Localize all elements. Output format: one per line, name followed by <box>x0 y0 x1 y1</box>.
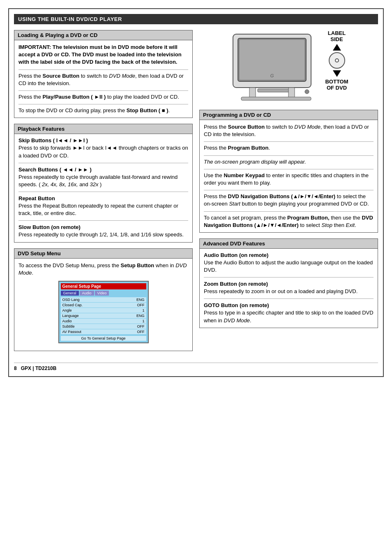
programming-section-content: Press the Source Button to switch to DVD… <box>200 120 378 232</box>
left-column: Loading & Playing a DVD or CD IMPORTANT:… <box>14 30 193 357</box>
slow-button-body: Press repeatedly to cycle through 1/2, 1… <box>18 231 188 238</box>
page-wrapper: USING THE BUILT-IN DVD/CD PLAYER Loading… <box>8 8 384 377</box>
menu-row-subtitle: SubtitleOFF <box>61 324 146 329</box>
zoom-button-title: Zoom Button (on remote) <box>204 281 374 287</box>
prog-step-5: Press the DVD Navigation Buttons (▲/►/▼/… <box>204 193 374 208</box>
menu-row-osdlang: OSD LangENG <box>61 297 146 302</box>
skip-buttons-title: Skip Buttons ( I◄◄ / ►►I ) <box>18 137 188 143</box>
loading-section-header: Loading & Playing a DVD or CD <box>14 30 192 40</box>
menu-row-language: LanguageENG <box>61 313 146 318</box>
goto-button-title: GOTO Button (on remote) <box>204 302 374 308</box>
svg-rect-3 <box>258 89 291 92</box>
bottom-dvd-text: BOTTOMOF DVD <box>325 79 348 91</box>
playback-section: Playback Features Skip Buttons ( I◄◄ / ►… <box>14 124 193 242</box>
tv-illustration: G <box>229 30 323 104</box>
svg-point-4 <box>305 90 309 94</box>
tv-diagram-area: G LABELSIDE BOTTOMOF DVD <box>199 30 378 104</box>
repeat-button-body: Press the Repeat Button repeatedly to re… <box>18 202 188 217</box>
loading-section-content: IMPORTANT: The television must be in DVD… <box>14 40 192 118</box>
svg-rect-6 <box>288 88 295 98</box>
important-text: IMPORTANT: The television must be in DVD… <box>18 44 188 66</box>
prog-step-2: Press the Program Button. <box>204 144 374 152</box>
footer-page-number: 8 GPX | TD2210B <box>14 365 56 371</box>
label-side-indicator: LABELSIDE BOTTOMOF DVD <box>325 30 348 91</box>
advanced-section-header: Advanced DVD Features <box>200 239 378 249</box>
slow-button-title: Slow Button (on remote) <box>18 224 188 230</box>
prog-step-3: The on-screen program display will appea… <box>204 158 374 166</box>
menu-row-angle: Angle1 <box>61 308 146 313</box>
skip-buttons-body: Press to skip forwards ►►I or back I◄◄ t… <box>18 144 188 159</box>
tv-svg: G <box>229 30 323 104</box>
menu-tab-general: General <box>61 291 79 296</box>
page-footer: 8 GPX | TD2210B <box>14 363 378 371</box>
prog-step-6: To cancel a set program, press the Progr… <box>204 214 374 229</box>
repeat-button-title: Repeat Button <box>18 195 188 201</box>
menu-row-closedcap: Closed Cap.OFF <box>61 303 146 308</box>
svg-rect-7 <box>241 97 311 100</box>
arrow-up-icon <box>333 44 341 51</box>
advanced-section-content: Audio Button (on remote) Use the Audio B… <box>200 249 378 328</box>
disc-icon <box>329 52 345 69</box>
programming-section: Programming a DVD or CD Press the Source… <box>199 110 378 233</box>
setup-menu-screenshot: General Setup Page General Audio Video O… <box>58 281 149 343</box>
step-3: To stop the DVD or CD during play, press… <box>18 107 188 114</box>
label-side-text: LABELSIDE <box>328 30 346 42</box>
prog-step-1: Press the Source Button to switch to DVD… <box>204 123 374 138</box>
dvd-setup-body: To access the DVD Setup Menu, press the … <box>18 262 188 277</box>
programming-section-header: Programming a DVD or CD <box>200 110 378 120</box>
page-title: USING THE BUILT-IN DVD/CD PLAYER <box>14 14 378 24</box>
loading-section: Loading & Playing a DVD or CD IMPORTANT:… <box>14 30 193 118</box>
audio-button-body: Use the Audio Button to adjust the audio… <box>204 259 374 274</box>
search-buttons-title: Search Buttons ( ◄◄ / ►► ) <box>18 166 188 173</box>
menu-row-avpassout: AV PassoutOFF <box>61 329 146 334</box>
menu-tab-video: Video <box>95 291 109 296</box>
playback-section-content: Skip Buttons ( I◄◄ / ►►I ) Press to skip… <box>14 134 192 242</box>
prog-step-4: Use the Number Keypad to enter in specif… <box>204 172 374 187</box>
dvd-setup-header: DVD Setup Menu <box>14 249 192 259</box>
arrow-down-icon <box>333 70 341 77</box>
dvd-setup-section: DVD Setup Menu To access the DVD Setup M… <box>14 248 193 351</box>
audio-button-title: Audio Button (on remote) <box>204 252 374 258</box>
menu-tabs: General Audio Video <box>61 291 146 296</box>
menu-footer: Go To General Setup Page <box>61 336 146 341</box>
advanced-section: Advanced DVD Features Audio Button (on r… <box>199 238 378 328</box>
step-1: Press the Source Button to switch to DVD… <box>18 72 188 87</box>
step-2: Press the Play/Pause Button ( ►II ) to p… <box>18 93 188 101</box>
svg-rect-5 <box>249 88 256 98</box>
svg-text:G: G <box>270 73 274 78</box>
zoom-button-body: Press repeatedly to zoom in or out on a … <box>204 288 374 295</box>
disc-center-icon <box>335 58 339 62</box>
dvd-setup-content: To access the DVD Setup Menu, press the … <box>14 259 192 351</box>
menu-title-bar: General Setup Page <box>61 283 146 289</box>
goto-button-body: Press to type in a specific chapter and … <box>204 309 374 324</box>
right-column: G LABELSIDE BOTTOMOF DVD Programming a D… <box>199 30 378 357</box>
menu-row-audio: Audio1 <box>61 319 146 324</box>
menu-tab-audio: Audio <box>80 291 94 296</box>
search-buttons-body: Press repeatedly to cycle through availa… <box>18 173 188 188</box>
main-content: Loading & Playing a DVD or CD IMPORTANT:… <box>14 30 378 357</box>
playback-section-header: Playback Features <box>14 124 192 134</box>
